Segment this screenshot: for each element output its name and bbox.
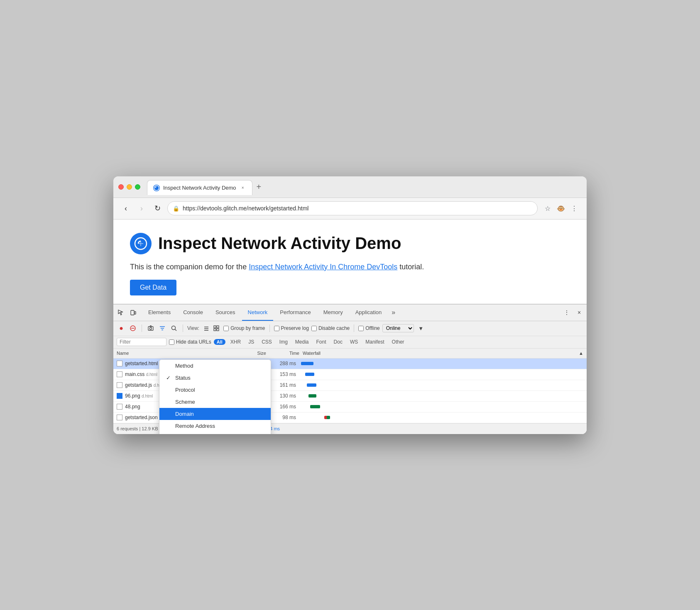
minimize-window-button[interactable] <box>127 184 132 190</box>
cm-type[interactable]: ✓ Type <box>159 432 271 434</box>
col-size[interactable]: Size <box>233 351 266 356</box>
devtools-tab-bar: Elements Console Sources Network Perform… <box>113 305 587 321</box>
cm-scheme[interactable]: Scheme <box>159 396 271 408</box>
throttle-dropdown-icon[interactable]: ▼ <box>416 324 426 333</box>
page-subtitle: This is the companion demo for the Inspe… <box>130 263 570 271</box>
new-tab-button[interactable]: + <box>252 183 266 191</box>
clear-button[interactable] <box>128 324 137 333</box>
group-by-frame-checkbox[interactable]: Group by frame <box>223 325 265 331</box>
record-button[interactable]: ● <box>117 324 126 333</box>
svg-rect-3 <box>135 312 136 314</box>
tab-sources[interactable]: Sources <box>210 304 241 321</box>
col-name[interactable]: Name <box>117 351 233 356</box>
cm-method[interactable]: Method <box>159 360 271 372</box>
traffic-lights <box>118 184 140 190</box>
col-waterfall[interactable]: Waterfall ▲ <box>299 351 587 356</box>
grid-view-button[interactable] <box>212 324 221 333</box>
list-view-button[interactable] <box>202 324 211 333</box>
address-bar: ‹ › ↻ 🔒 https://devtools.glitch.me/netwo… <box>113 198 587 220</box>
tab-performance[interactable]: Performance <box>274 304 316 321</box>
forward-button[interactable]: › <box>136 203 147 214</box>
tab-application[interactable]: Application <box>350 304 388 321</box>
device-emulation-button[interactable] <box>127 307 139 318</box>
page-header: Inspect Network Activity Demo <box>130 233 570 254</box>
filter-manifest[interactable]: Manifest <box>363 338 387 346</box>
preserve-log-checkbox[interactable]: Preserve log <box>274 325 309 331</box>
devtools-close-button[interactable]: × <box>573 307 585 318</box>
filter-other[interactable]: Other <box>389 338 407 346</box>
back-button[interactable]: ‹ <box>120 203 132 214</box>
svg-point-0 <box>154 185 159 190</box>
filter-icon[interactable] <box>158 324 167 333</box>
cm-remote-address[interactable]: Remote Address <box>159 420 271 432</box>
tab-close-button[interactable]: × <box>240 185 246 191</box>
all-filter-badge[interactable]: All <box>214 339 225 345</box>
filter-doc[interactable]: Doc <box>331 338 345 346</box>
tab-bar: Inspect Network Activity Demo × + <box>147 179 582 194</box>
profile-button[interactable]: 🐵 <box>555 203 567 214</box>
bookmark-button[interactable]: ☆ <box>542 203 553 214</box>
file-icon <box>117 404 122 410</box>
filter-img[interactable]: Img <box>277 338 290 346</box>
filter-ws[interactable]: WS <box>348 338 360 346</box>
svg-rect-16 <box>217 329 219 331</box>
file-icon <box>117 393 122 399</box>
file-icon <box>117 415 122 420</box>
svg-line-9 <box>175 329 177 331</box>
svg-rect-2 <box>131 310 134 315</box>
cm-domain[interactable]: Domain <box>159 408 271 420</box>
tab-elements[interactable]: Elements <box>142 304 176 321</box>
filter-input[interactable] <box>117 338 166 346</box>
element-picker-button[interactable] <box>115 307 127 318</box>
screenshot-button[interactable] <box>146 324 155 333</box>
tab-console[interactable]: Console <box>177 304 209 321</box>
network-filter-bar: Hide data URLs All XHR JS CSS Img Media … <box>113 336 587 349</box>
filter-media[interactable]: Media <box>293 338 311 346</box>
devtools-end-icons: ⋮ × <box>561 307 585 318</box>
tab-favicon <box>153 185 160 191</box>
view-label: View: <box>187 325 199 331</box>
tab-memory[interactable]: Memory <box>318 304 349 321</box>
get-data-button[interactable]: Get Data <box>130 280 176 295</box>
title-bar: Inspect Network Activity Demo × + <box>113 176 587 198</box>
url-bar[interactable]: 🔒 https://devtools.glitch.me/network/get… <box>167 201 538 215</box>
filter-font[interactable]: Font <box>314 338 329 346</box>
page-logo <box>130 233 152 254</box>
browser-window: Inspect Network Activity Demo × + ‹ › ↻ … <box>113 176 587 434</box>
network-toolbar: ● View: <box>113 321 587 336</box>
offline-checkbox[interactable]: Offline <box>358 325 379 331</box>
cm-status[interactable]: ✓ Status <box>159 372 271 384</box>
col-time[interactable]: Time <box>266 351 299 356</box>
online-select[interactable]: Online Fast 3G Slow 3G Offline <box>382 324 414 332</box>
page-content: Inspect Network Activity Demo This is th… <box>113 220 587 304</box>
cm-protocol[interactable]: Protocol <box>159 384 271 396</box>
row-waterfall <box>296 383 587 387</box>
search-icon[interactable] <box>169 324 179 333</box>
filter-js[interactable]: JS <box>246 338 257 346</box>
context-menu: Method ✓ Status Protocol Scheme <box>159 359 271 434</box>
menu-button[interactable]: ⋮ <box>568 203 580 214</box>
close-window-button[interactable] <box>118 184 124 190</box>
devtools-panel: Elements Console Sources Network Perform… <box>113 304 587 434</box>
active-tab[interactable]: Inspect Network Activity Demo × <box>147 180 252 195</box>
subtitle-suffix: tutorial. <box>397 263 424 271</box>
file-icon <box>117 382 122 388</box>
hide-data-urls-checkbox[interactable]: Hide data URLs <box>169 339 211 345</box>
devtools-more-button[interactable]: ⋮ <box>561 307 573 318</box>
row-waterfall <box>296 362 587 365</box>
row-waterfall <box>296 405 587 408</box>
sort-arrow: ▲ <box>579 351 583 356</box>
tab-network[interactable]: Network <box>242 304 274 321</box>
filter-css[interactable]: CSS <box>259 338 274 346</box>
disable-cache-checkbox[interactable]: Disable cache <box>311 325 350 331</box>
filter-xhr[interactable]: XHR <box>228 338 243 346</box>
devtools-cursor-icons <box>115 307 139 318</box>
refresh-button[interactable]: ↻ <box>152 203 163 214</box>
more-tabs-button[interactable]: » <box>388 309 399 316</box>
network-table: Name Size Time Waterfall ▲ getstarted.ht… <box>113 349 587 434</box>
file-icon <box>117 371 122 377</box>
svg-rect-14 <box>217 326 219 328</box>
devtools-link[interactable]: Inspect Network Activity In Chrome DevTo… <box>249 263 397 271</box>
maximize-window-button[interactable] <box>135 184 140 190</box>
lock-icon: 🔒 <box>173 205 179 212</box>
